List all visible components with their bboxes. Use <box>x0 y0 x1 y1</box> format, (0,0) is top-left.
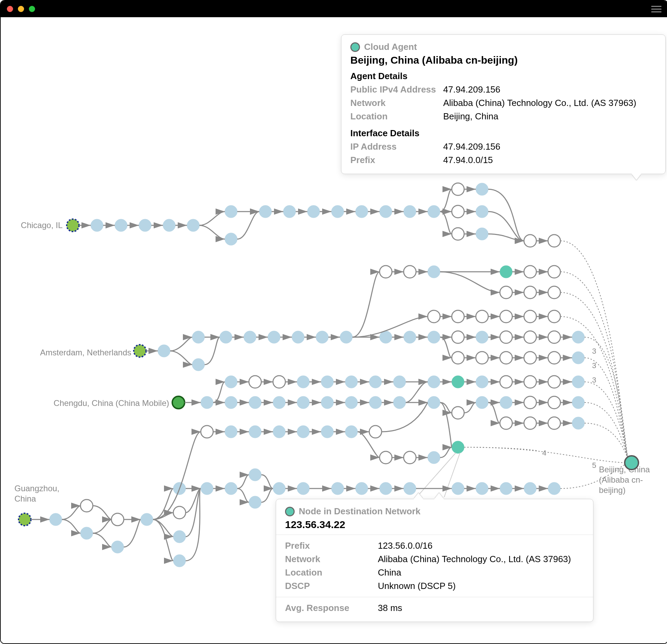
svg-point-109 <box>380 451 392 464</box>
svg-point-127 <box>273 482 285 495</box>
menu-icon[interactable] <box>651 6 661 12</box>
svg-point-104 <box>297 426 309 438</box>
svg-point-64 <box>172 396 185 409</box>
svg-point-27 <box>192 358 205 371</box>
svg-point-33 <box>340 331 352 343</box>
svg-point-29 <box>244 331 256 343</box>
svg-point-19 <box>476 205 488 218</box>
svg-point-80 <box>572 376 584 388</box>
svg-point-4 <box>163 219 175 232</box>
traffic-lights <box>7 6 35 12</box>
svg-point-11 <box>331 205 344 218</box>
svg-point-130 <box>356 482 368 495</box>
svg-point-131 <box>380 482 392 495</box>
svg-point-69 <box>297 376 309 388</box>
svg-point-30 <box>268 331 280 343</box>
svg-point-32 <box>316 331 328 343</box>
svg-point-16 <box>452 183 464 195</box>
svg-point-135 <box>500 482 512 495</box>
svg-point-2 <box>115 219 127 232</box>
svg-point-128 <box>297 482 309 495</box>
svg-point-108 <box>452 441 464 453</box>
svg-point-72 <box>369 376 382 388</box>
svg-point-96 <box>500 417 512 429</box>
svg-point-40 <box>500 286 512 299</box>
svg-point-106 <box>345 426 358 438</box>
svg-point-3 <box>139 219 151 232</box>
svg-point-13 <box>380 205 392 218</box>
svg-point-85 <box>321 396 334 409</box>
svg-point-7 <box>225 233 237 245</box>
svg-point-21 <box>476 228 488 240</box>
svg-point-76 <box>476 376 488 388</box>
svg-point-123 <box>201 482 213 495</box>
svg-point-38 <box>524 266 536 278</box>
svg-point-95 <box>572 396 584 409</box>
svg-point-102 <box>249 426 261 438</box>
svg-point-98 <box>548 417 560 429</box>
svg-point-129 <box>331 482 344 495</box>
svg-point-43 <box>428 310 440 323</box>
svg-point-48 <box>548 310 560 323</box>
cloud-agent-icon <box>350 42 360 52</box>
svg-point-70 <box>321 376 334 388</box>
svg-point-36 <box>428 266 440 278</box>
svg-point-12 <box>356 205 368 218</box>
svg-point-118 <box>141 513 153 526</box>
svg-point-103 <box>273 426 285 438</box>
svg-point-41 <box>524 286 536 299</box>
svg-point-77 <box>500 376 512 388</box>
svg-point-125 <box>249 469 261 481</box>
svg-point-23 <box>548 235 560 247</box>
svg-point-99 <box>572 417 584 429</box>
svg-point-65 <box>201 396 213 409</box>
svg-point-15 <box>428 205 440 218</box>
node-icon <box>285 507 295 516</box>
svg-point-133 <box>452 482 464 495</box>
svg-point-62 <box>548 352 560 364</box>
destination-node <box>625 456 638 470</box>
svg-point-124 <box>225 482 237 495</box>
zoom-icon[interactable] <box>29 6 35 12</box>
svg-point-114 <box>80 500 93 512</box>
path-visualization[interactable]: Chicago, IL Amsterdam, Netherlands Cheng… <box>1 17 667 643</box>
svg-point-112 <box>19 513 31 526</box>
svg-point-86 <box>345 396 358 409</box>
svg-point-61 <box>524 352 536 364</box>
tooltip-type: Node in Destination Network <box>299 506 420 517</box>
svg-point-47 <box>524 310 536 323</box>
svg-point-54 <box>500 331 512 343</box>
svg-point-55 <box>524 331 536 343</box>
svg-point-100 <box>201 426 213 438</box>
svg-point-89 <box>428 396 440 409</box>
svg-point-93 <box>524 396 536 409</box>
svg-point-63 <box>572 352 584 364</box>
svg-point-66 <box>225 376 237 388</box>
close-icon[interactable] <box>7 6 13 12</box>
svg-point-134 <box>476 482 488 495</box>
svg-point-74 <box>428 376 440 388</box>
svg-point-83 <box>273 396 285 409</box>
tooltip-section: Interface Details <box>350 128 656 139</box>
svg-point-50 <box>404 331 416 343</box>
svg-point-91 <box>476 396 488 409</box>
minimize-icon[interactable] <box>18 6 24 12</box>
svg-point-37 <box>500 266 512 278</box>
tooltip-type: Cloud Agent <box>364 42 417 52</box>
titlebar <box>1 1 667 17</box>
svg-point-81 <box>225 396 237 409</box>
svg-point-116 <box>111 513 124 526</box>
svg-point-53 <box>476 331 488 343</box>
svg-point-137 <box>548 482 560 495</box>
svg-point-111 <box>428 451 440 464</box>
svg-point-94 <box>548 396 560 409</box>
svg-point-107 <box>369 426 382 438</box>
svg-point-0 <box>67 219 79 232</box>
svg-point-10 <box>307 205 320 218</box>
svg-point-5 <box>187 219 199 232</box>
svg-point-60 <box>500 352 512 364</box>
svg-point-92 <box>500 396 512 409</box>
svg-point-34 <box>380 266 392 278</box>
svg-point-97 <box>524 417 536 429</box>
svg-point-51 <box>428 331 440 343</box>
